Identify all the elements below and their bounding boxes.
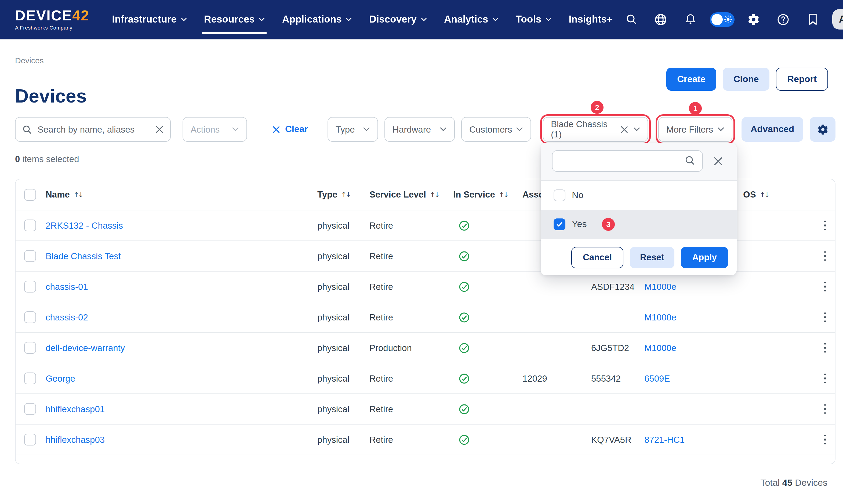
device-name-link[interactable]: dell-device-warranty: [46, 343, 125, 353]
bookmark-icon[interactable]: [803, 9, 823, 30]
type-cell: physical: [317, 251, 370, 261]
total-devices: Total 45 Devices: [760, 478, 827, 488]
filter-search-input[interactable]: [552, 150, 703, 172]
chevron-down-icon: [346, 17, 352, 21]
hardware-link[interactable]: M1000e: [644, 282, 676, 291]
hardware-link[interactable]: M1000e: [644, 312, 676, 322]
type-filter-dropdown[interactable]: Type: [327, 117, 378, 142]
report-button[interactable]: Report: [776, 68, 828, 91]
selection-count: 0 items selected: [15, 154, 79, 164]
device-name-link[interactable]: chassis-01: [46, 282, 88, 291]
globe-icon[interactable]: [651, 9, 671, 30]
more-filters-dropdown[interactable]: More Filters: [658, 117, 732, 142]
serial-cell: KQ7VA5R: [584, 434, 644, 445]
user-avatar[interactable]: A: [832, 9, 843, 30]
menu-discovery[interactable]: Discovery: [361, 0, 435, 39]
sun-icon: [724, 15, 732, 24]
row-actions-kebab-icon[interactable]: [822, 249, 828, 263]
close-panel-icon[interactable]: [712, 155, 724, 167]
row-actions-kebab-icon[interactable]: [822, 280, 828, 294]
chevron-down-icon: [633, 127, 640, 131]
device-search-input[interactable]: Search by name, aliases: [15, 117, 171, 142]
chevron-down-icon: [421, 17, 427, 21]
gear-icon[interactable]: [744, 9, 764, 30]
cancel-button[interactable]: Cancel: [571, 247, 623, 268]
x-icon: [272, 125, 280, 133]
yes-checkbox[interactable]: [554, 218, 566, 230]
nav-utilities: A: [621, 9, 843, 30]
hardware-link[interactable]: 8721-HC1: [644, 434, 685, 444]
column-header-in-service[interactable]: In Service↑↓: [453, 190, 515, 200]
device-name-link[interactable]: 2RKS132 - Chassis: [46, 220, 123, 230]
clear-search-icon[interactable]: [155, 125, 164, 134]
row-checkbox[interactable]: [24, 373, 36, 384]
advanced-button[interactable]: Advanced: [741, 117, 803, 142]
row-actions-kebab-icon[interactable]: [822, 371, 828, 386]
select-all-checkbox[interactable]: [24, 189, 36, 200]
help-icon[interactable]: [773, 9, 794, 30]
menu-insights[interactable]: Insights+: [560, 0, 621, 39]
column-header-type[interactable]: Type↑↓: [317, 190, 370, 200]
menu-analytics[interactable]: Analytics: [435, 0, 507, 39]
device-name-link[interactable]: hhiflexchasp01: [46, 404, 105, 414]
clone-button[interactable]: Clone: [723, 68, 769, 91]
customers-filter-dropdown[interactable]: Customers: [461, 117, 531, 142]
logo-subtitle: A Freshworks Company: [15, 25, 89, 30]
remove-filter-x-icon[interactable]: [620, 125, 628, 134]
row-checkbox[interactable]: [24, 342, 36, 354]
table-settings-button[interactable]: [810, 117, 836, 142]
search-icon[interactable]: [621, 9, 642, 30]
row-checkbox[interactable]: [24, 403, 36, 415]
row-actions-kebab-icon[interactable]: [822, 432, 828, 447]
chevron-down-icon: [232, 127, 239, 131]
row-actions-kebab-icon[interactable]: [822, 341, 828, 355]
reset-button[interactable]: Reset: [630, 247, 675, 268]
hardware-link[interactable]: 6509E: [644, 373, 670, 383]
row-checkbox[interactable]: [24, 219, 36, 231]
actions-dropdown[interactable]: Actions: [183, 117, 247, 142]
column-header-name[interactable]: Name↑↓: [46, 190, 317, 200]
in-service-cell: [453, 220, 515, 231]
row-actions-kebab-icon[interactable]: [822, 218, 828, 233]
apply-button[interactable]: Apply: [681, 247, 728, 268]
type-cell: physical: [317, 404, 370, 414]
device42-logo[interactable]: DEVICE42 A Freshworks Company: [15, 8, 89, 30]
row-actions-kebab-icon[interactable]: [822, 310, 828, 324]
in-service-check-icon: [459, 220, 470, 231]
menu-applications[interactable]: Applications: [273, 0, 361, 39]
menu-resources[interactable]: Resources: [195, 0, 273, 39]
column-header-os[interactable]: OS↑↓: [743, 190, 815, 200]
device-name-link[interactable]: hhiflexchasp03: [46, 434, 105, 444]
row-actions-kebab-icon[interactable]: [822, 402, 828, 416]
menu-tools[interactable]: Tools: [507, 0, 560, 39]
blade-chassis-filter-dropdown[interactable]: Blade Chassis (1): [543, 117, 648, 142]
row-checkbox[interactable]: [24, 434, 36, 446]
no-checkbox[interactable]: [554, 190, 566, 201]
create-button[interactable]: Create: [666, 68, 716, 91]
device-name-link[interactable]: George: [46, 373, 75, 383]
device-name-link[interactable]: Blade Chassis Test: [46, 251, 121, 260]
row-checkbox[interactable]: [24, 281, 36, 292]
column-header-service-level[interactable]: Service Level↑↓: [370, 190, 453, 200]
breadcrumb[interactable]: Devices: [15, 56, 44, 65]
asset-cell: 12029: [515, 373, 584, 383]
filter-option-no[interactable]: No: [541, 181, 737, 210]
hardware-link[interactable]: M1000e: [644, 343, 676, 353]
row-checkbox[interactable]: [24, 311, 36, 323]
row-checkbox[interactable]: [24, 250, 36, 262]
top-navigation: DEVICE42 A Freshworks Company Infrastruc…: [0, 0, 843, 40]
hardware-filter-dropdown[interactable]: Hardware: [384, 117, 455, 142]
page-title: Devices: [15, 86, 87, 107]
menu-infrastructure[interactable]: Infrastructure: [103, 0, 195, 39]
row-actions-kebab-icon[interactable]: [822, 463, 828, 464]
annotation-step-2-badge: 2: [591, 101, 604, 114]
clear-filters-button[interactable]: Clear: [272, 117, 308, 142]
header-actions: Create Clone Report: [666, 68, 828, 91]
theme-toggle[interactable]: [710, 12, 735, 26]
table-row: GeorgephysicalRetire120295553426509E: [16, 363, 835, 394]
bell-icon[interactable]: [680, 9, 701, 30]
device-name-link[interactable]: chassis-02: [46, 312, 88, 322]
gear-icon: [817, 123, 829, 136]
type-cell: physical: [317, 373, 370, 383]
filter-option-yes[interactable]: Yes 3: [541, 210, 737, 239]
